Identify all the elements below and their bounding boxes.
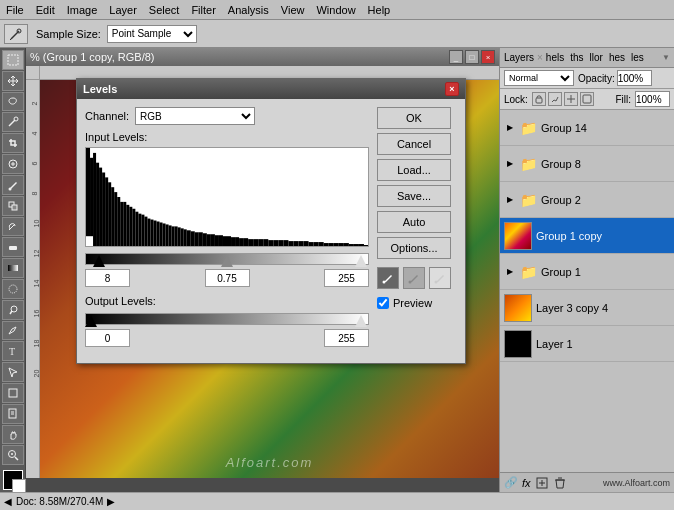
prev-arrow[interactable]: ◀ xyxy=(4,496,12,507)
tool-clone[interactable] xyxy=(2,196,24,216)
output-min-value[interactable] xyxy=(85,329,130,347)
black-point-slider[interactable] xyxy=(93,255,105,267)
ok-button[interactable]: OK xyxy=(377,107,451,129)
output-black-slider[interactable] xyxy=(85,315,97,327)
layer-item-group1[interactable]: ▶ 📁 Group 1 xyxy=(500,254,674,290)
load-button[interactable]: Load... xyxy=(377,159,451,181)
input-mid-value[interactable] xyxy=(205,269,250,287)
preview-row: Preview xyxy=(377,297,457,309)
new-layer-icon[interactable] xyxy=(535,476,549,490)
white-eyedropper[interactable] xyxy=(429,267,451,289)
options-button[interactable]: Options... xyxy=(377,237,451,259)
lock-all-button[interactable] xyxy=(580,92,594,106)
thumb-layer1 xyxy=(504,330,532,358)
maximize-button[interactable]: □ xyxy=(465,50,479,64)
tool-history-brush[interactable] xyxy=(2,217,24,237)
menu-layer[interactable]: Layer xyxy=(103,2,143,18)
output-white-slider[interactable] xyxy=(355,315,367,327)
layer-item-group2[interactable]: ▶ 📁 Group 2 xyxy=(500,182,674,218)
auto-button[interactable]: Auto xyxy=(377,211,451,233)
tool-dodge[interactable] xyxy=(2,300,24,320)
sample-size-select[interactable]: Point Sample 3 by 3 Average 5 by 5 Avera… xyxy=(107,25,197,43)
menu-select[interactable]: Select xyxy=(143,2,186,18)
preview-checkbox[interactable] xyxy=(377,297,389,309)
delete-layer-icon[interactable] xyxy=(553,476,567,490)
tab-swatches[interactable]: hes xyxy=(609,52,625,63)
fill-input[interactable] xyxy=(635,91,670,107)
expand-icon-group1[interactable]: ▶ xyxy=(504,266,516,278)
tool-brush[interactable] xyxy=(2,175,24,195)
channel-select[interactable]: RGB Red Green Blue xyxy=(135,107,255,125)
tab-layers[interactable]: Layers xyxy=(504,52,534,63)
panel-collapse-icon[interactable]: ▼ xyxy=(662,53,670,62)
tool-healing[interactable] xyxy=(2,154,24,174)
layer-item-group8[interactable]: ▶ 📁 Group 8 xyxy=(500,146,674,182)
black-eyedropper[interactable] xyxy=(377,267,399,289)
tool-marquee[interactable] xyxy=(2,50,24,70)
save-button[interactable]: Save... xyxy=(377,185,451,207)
menu-edit[interactable]: Edit xyxy=(30,2,61,18)
output-max-value[interactable] xyxy=(324,329,369,347)
tab-channels[interactable]: hels xyxy=(546,52,564,63)
lock-image-button[interactable] xyxy=(548,92,562,106)
link-layers-icon[interactable]: 🔗 xyxy=(504,476,518,489)
expand-icon-group14[interactable]: ▶ xyxy=(504,122,516,134)
lock-position-button[interactable] xyxy=(564,92,578,106)
layer-item-layer3copy4[interactable]: Layer 3 copy 4 xyxy=(500,290,674,326)
expand-icon-group8[interactable]: ▶ xyxy=(504,158,516,170)
midpoint-slider[interactable] xyxy=(221,255,233,267)
menu-image[interactable]: Image xyxy=(61,2,104,18)
levels-close-button[interactable]: × xyxy=(445,82,459,96)
tool-text[interactable]: T xyxy=(2,341,24,361)
foreground-color[interactable] xyxy=(3,470,23,490)
blend-mode-select[interactable]: Normal Multiply Screen xyxy=(504,70,574,86)
next-arrow[interactable]: ▶ xyxy=(107,496,115,507)
input-min-value[interactable] xyxy=(85,269,130,287)
opacity-input[interactable] xyxy=(617,70,652,86)
tab-styles[interactable]: les xyxy=(631,52,644,63)
tool-crop[interactable] xyxy=(2,133,24,153)
layer-name-layer1: Layer 1 xyxy=(536,338,670,350)
layers-list: ▶ 📁 Group 14 ▶ 📁 Group 8 ▶ 📁 Group 2 Gro… xyxy=(500,110,674,472)
histogram-svg xyxy=(86,148,368,246)
cancel-button[interactable]: Cancel xyxy=(377,133,451,155)
white-point-slider[interactable] xyxy=(355,255,367,267)
layer-item-layer1[interactable]: Layer 1 xyxy=(500,326,674,362)
tool-shape[interactable] xyxy=(2,383,24,403)
svg-rect-69 xyxy=(223,236,227,246)
tool-eraser[interactable] xyxy=(2,237,24,257)
tab-color[interactable]: llor xyxy=(590,52,603,63)
tool-zoom[interactable] xyxy=(2,445,24,465)
menu-filter[interactable]: Filter xyxy=(185,2,221,18)
fx-button[interactable]: fx xyxy=(522,477,531,489)
svg-rect-62 xyxy=(195,232,199,246)
tool-hand[interactable] xyxy=(2,425,24,445)
minimize-button[interactable]: _ xyxy=(449,50,463,64)
tool-path-select[interactable] xyxy=(2,362,24,382)
eyedropper-tool[interactable] xyxy=(4,24,28,44)
menu-window[interactable]: Window xyxy=(310,2,361,18)
tool-gradient[interactable] xyxy=(2,258,24,278)
tool-move[interactable] xyxy=(2,71,24,91)
folder-icon-group14: 📁 xyxy=(520,120,537,136)
tool-blur[interactable] xyxy=(2,279,24,299)
lock-transparent-button[interactable] xyxy=(532,92,546,106)
gray-eyedropper[interactable] xyxy=(403,267,425,289)
menu-file[interactable]: File xyxy=(0,2,30,18)
close-canvas-button[interactable]: × xyxy=(481,50,495,64)
tool-magic-wand[interactable] xyxy=(2,112,24,132)
tab-paths[interactable]: ths xyxy=(570,52,583,63)
layer-item-group14[interactable]: ▶ 📁 Group 14 xyxy=(500,110,674,146)
menu-view[interactable]: View xyxy=(275,2,311,18)
layer-item-group1copy[interactable]: Group 1 copy xyxy=(500,218,674,254)
tool-notes[interactable] xyxy=(2,404,24,424)
tool-pen[interactable] xyxy=(2,321,24,341)
menu-analysis[interactable]: Analysis xyxy=(222,2,275,18)
tool-lasso[interactable] xyxy=(2,92,24,112)
menu-help[interactable]: Help xyxy=(362,2,397,18)
svg-rect-44 xyxy=(138,214,141,246)
svg-rect-42 xyxy=(132,209,135,246)
svg-rect-38 xyxy=(120,202,123,246)
expand-icon-group2[interactable]: ▶ xyxy=(504,194,516,206)
input-max-value[interactable] xyxy=(324,269,369,287)
